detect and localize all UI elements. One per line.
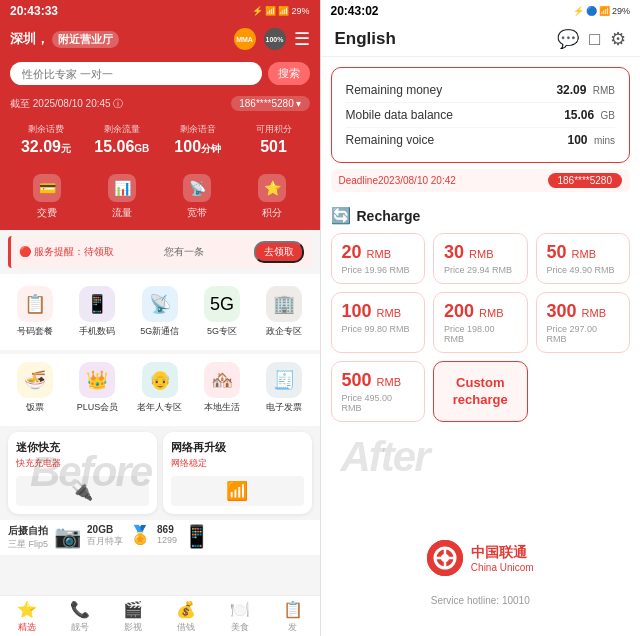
time-left: 20:43:33 [10,4,58,18]
chat-icon[interactable]: 💬 [557,28,579,50]
status-icons-right: ⚡ 🔵 📶 29% [573,6,630,16]
number-plan-icon: 📋 [17,286,53,322]
account-bar: 截至 2025/08/10 20:45 ⓘ 186****5280 ▾ [0,93,320,117]
left-panel: 20:43:33 ⚡ 📶 📶 29% 深圳， 附近营业厅 MMA 100% ☰ … [0,0,320,636]
status-bar-left: 20:43:33 ⚡ 📶 📶 29% [0,0,320,22]
local-life-icon: 🏘️ [204,362,240,398]
recharge-card-custom[interactable]: Customrecharge [433,361,528,422]
percent-badge[interactable]: 100% [264,28,286,50]
unicom-en-name: China Unicom [471,562,534,573]
recharge-card-500[interactable]: 500 RMB Price 495.00 RMB [331,361,426,422]
deadline-left: 截至 2025/08/10 20:45 ⓘ [10,97,123,111]
header-icons: 💬 □ ⚙ [557,28,626,50]
window-icon[interactable]: □ [589,29,600,50]
senior-icon: 👴 [142,362,178,398]
info-card: Remaining money 32.09 RMB Mobile data ba… [331,67,631,163]
recharge-card-100[interactable]: 100 RMB Price 99.80 RMB [331,292,426,353]
bottom-promo-strip: 后摄自拍 三星 Flip5 📷 20GB 百月特享 🏅 869 1299 📱 [0,520,320,555]
quick-link-broadband[interactable]: 📡 宽带 [183,174,211,220]
recharge-card-50[interactable]: 50 RMB Price 49.90 RMB [536,233,631,284]
recharge-card-300[interactable]: 300 RMB Price 297.00 RMB [536,292,631,353]
page-title: English [335,29,396,49]
menu-grid-row1: 📋 号码套餐 📱 手机数码 📡 5G新通信 5G 5G专区 🏢 政企专区 [0,274,320,350]
deadline-row: Deadline2023/08/10 20:42 186****5280 [331,169,631,192]
quick-link-pay[interactable]: 💳 交费 [33,174,61,220]
recharge-card-200[interactable]: 200 RMB Price 198.00 RMB [433,292,528,353]
menu-item-phone-digital[interactable]: 📱 手机数码 [66,280,128,344]
phone-badge[interactable]: 186****5280 [548,173,623,188]
recharge-title: 🔄 Recharge [331,206,631,225]
menu-item-e-invoice[interactable]: 🧾 电子发票 [253,356,315,420]
stats-card: 剩余话费 32.09元 剩余流量 15.06GB 剩余语音 100分钟 可用积分… [0,117,320,166]
notif-left-text: 🔴 服务提醒：待领取 [19,245,114,259]
search-input[interactable] [10,62,262,85]
traffic-icon: 📊 [108,174,136,202]
stat-voice: 剩余语音 100分钟 [162,123,234,156]
recharge-section: 🔄 Recharge 20 RMB Price 19.96 RMB 30 RMB… [321,200,641,422]
nav-fancy-number[interactable]: 📞 靓号 [53,600,106,634]
info-row-voice: Remaining voice 100 mins [346,128,616,152]
e-invoice-icon: 🧾 [266,362,302,398]
recharge-card-30[interactable]: 30 RMB Price 29.94 RMB [433,233,528,284]
phone-digital-icon: 📱 [79,286,115,322]
unicom-symbol [427,540,463,576]
search-button[interactable]: 搜索 [268,62,310,85]
top-bar-icons: MMA 100% ☰ [234,28,310,50]
nav-food[interactable]: 🍽️ 美食 [213,600,266,634]
info-row-money: Remaining money 32.09 RMB [346,78,616,103]
mma-badge[interactable]: MMA [234,28,256,50]
status-bar-right: 20:43:02 ⚡ 🔵 📶 29% [321,0,641,22]
notification-banner: 🔴 服务提醒：待领取 您有一条 去领取 [8,236,312,268]
after-label: After [341,433,429,481]
network-img: 📶 [171,476,304,506]
5g-comm-icon: 📡 [142,286,178,322]
bottom-nav: ⭐ 精选 📞 靓号 🎬 影视 💰 借钱 🍽️ 美食 📋 发 [0,595,320,636]
recharge-grid: 20 RMB Price 19.96 RMB 30 RMB Price 29.9… [331,233,631,422]
pay-icon: 💳 [33,174,61,202]
notif-right-text: 您有一条 [164,245,204,259]
menu-item-5g-zone[interactable]: 5G 5G专区 [191,280,253,344]
fancy-number-icon: 📞 [70,600,90,619]
menu-item-enterprise[interactable]: 🏢 政企专区 [253,280,315,344]
recharge-icon: 🔄 [331,206,351,225]
promo-price[interactable]: 869 1299 [157,524,177,551]
menu-item-5g-comm[interactable]: 📡 5G新通信 [129,280,191,344]
points-icon: ⭐ [258,174,286,202]
unicom-cn-name: 中国联通 [471,544,534,562]
service-hotline: Service hotline: 10010 [321,595,641,606]
stat-points: 可用积分 501 [238,123,310,156]
promo-camera[interactable]: 后摄自拍 三星 Flip5 [8,524,48,551]
menu-item-food-ticket[interactable]: 🍜 饭票 [4,356,66,420]
menu-grid-row2: 🍜 饭票 👑 PLUS会员 👴 老年人专区 🏘️ 本地生活 🧾 电子发票 [0,354,320,426]
enterprise-icon: 🏢 [266,286,302,322]
deadline-text: Deadline2023/08/10 20:42 [339,175,456,186]
claim-button[interactable]: 去领取 [254,241,304,263]
phone-number-left[interactable]: 186****5280 ▾ [231,96,309,111]
menu-item-number-plan[interactable]: 📋 号码套餐 [4,280,66,344]
location[interactable]: 深圳， 附近营业厅 [10,30,119,48]
settings-icon[interactable]: ⚙ [610,28,626,50]
promo-card-network[interactable]: 网络再升级 网络稳定 📶 [163,432,312,514]
promo-medal-icon: 🏅 [129,524,151,551]
nav-featured[interactable]: ⭐ 精选 [0,600,53,634]
quick-links: 💳 交费 📊 流量 📡 宽带 ⭐ 积分 [0,166,320,230]
menu-icon[interactable]: ☰ [294,28,310,50]
menu-item-local-life[interactable]: 🏘️ 本地生活 [191,356,253,420]
nav-more[interactable]: 📋 发 [266,600,319,634]
nav-loan[interactable]: 💰 借钱 [160,600,213,634]
menu-item-senior[interactable]: 👴 老年人专区 [129,356,191,420]
food-icon: 🍽️ [230,600,250,619]
plus-icon: 👑 [79,362,115,398]
stat-remaining-money: 剩余话费 32.09元 [10,123,82,156]
video-icon: 🎬 [123,600,143,619]
unicom-text: 中国联通 China Unicom [471,544,534,573]
promo-data[interactable]: 20GB 百月特享 [87,524,123,551]
menu-item-plus[interactable]: 👑 PLUS会员 [66,356,128,420]
5g-zone-icon: 5G [204,286,240,322]
recharge-card-20[interactable]: 20 RMB Price 19.96 RMB [331,233,426,284]
quick-link-traffic[interactable]: 📊 流量 [108,174,136,220]
quick-link-points[interactable]: ⭐ 积分 [258,174,286,220]
nav-video[interactable]: 🎬 影视 [107,600,160,634]
promo-img-placeholder: 📷 [54,524,81,551]
broadband-icon: 📡 [183,174,211,202]
